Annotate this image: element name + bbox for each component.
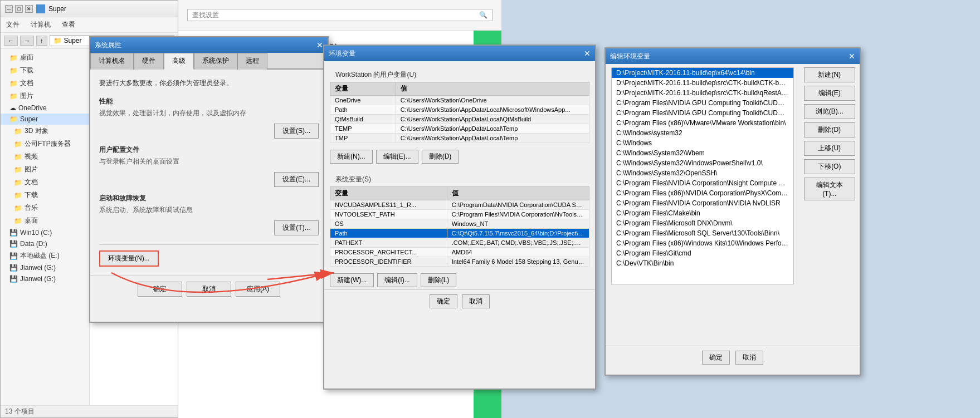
tab-computer-name[interactable]: 计算机名 <box>90 53 134 70</box>
minimize-button[interactable]: ─ <box>5 5 13 13</box>
sidebar-item-3d[interactable]: 📁 3D 对象 <box>1 125 89 137</box>
list-item[interactable]: C:\Windows <box>612 138 793 148</box>
move-up-button[interactable]: 上移(U) <box>804 141 855 156</box>
list-item[interactable]: C:\Program Files\NVIDIA GPU Computing To… <box>612 108 793 118</box>
menu-view[interactable]: 查看 <box>56 18 81 31</box>
search-input[interactable] <box>192 11 479 19</box>
list-item[interactable]: C:\Program Files (x86)\NVIDIA Corporatio… <box>612 188 793 198</box>
move-down-button[interactable]: 下移(O) <box>804 159 855 174</box>
sidebar-item-documents[interactable]: 📁 文档 <box>1 77 89 90</box>
sidebar-item-locale[interactable]: 💾 本地磁盘 (E:) <box>1 249 89 262</box>
sidebar-item-downloads2[interactable]: 📁 下载 <box>1 189 89 201</box>
sys-props-apply-button[interactable]: 应用(A) <box>236 282 280 297</box>
user-delete-button[interactable]: 删除(D) <box>422 150 459 164</box>
sidebar-item-documents2[interactable]: 📁 文档 <box>1 176 89 189</box>
menu-file[interactable]: 文件 <box>1 18 25 31</box>
list-item[interactable]: C:\Program Files\NVIDIA Corporation\NVID… <box>612 198 793 208</box>
sidebar-item-video[interactable]: 📁 视频 <box>1 150 89 163</box>
env-variables-button[interactable]: 环境变量(N)... <box>99 250 159 267</box>
table-row[interactable]: OneDrive C:\Users\WorkStation\OneDrive <box>330 96 589 105</box>
list-item[interactable]: D:\Project\MITK-2016.11-build\ep\src\CTK… <box>612 78 793 88</box>
up-button[interactable]: ↑ <box>36 36 47 46</box>
sidebar-item-jianweig2[interactable]: 💾 Jianwei (G:) <box>1 273 89 284</box>
table-row[interactable]: PATHEXT .COM;.EXE;.BAT;.CMD;.VBS;.VBE;.J… <box>330 238 589 248</box>
sys-delete-button[interactable]: 删除(L) <box>421 273 457 287</box>
edit-text-button[interactable]: 编辑文本(T)... <box>804 178 855 200</box>
list-item[interactable]: C:\Windows\System32\Wbem <box>612 148 793 158</box>
sys-edit-button[interactable]: 编辑(I)... <box>377 273 417 287</box>
sidebar-item-win10c[interactable]: 💾 Win10 (C:) <box>1 227 89 238</box>
sidebar-item-desktop2[interactable]: 📁 桌面 <box>1 214 89 227</box>
list-item[interactable]: C:\Program Files (x86)\VMware\VMware Wor… <box>612 118 793 128</box>
folder-icon: 📁 <box>14 217 22 225</box>
sidebar-item-downloads[interactable]: 📁 下载 <box>1 64 89 77</box>
list-item[interactable]: C:\Windows\System32\OpenSSH\ <box>612 168 793 178</box>
menu-computer[interactable]: 计算机 <box>25 18 56 31</box>
list-item[interactable]: C:\Program Files\NVIDIA GPU Computing To… <box>612 98 793 108</box>
edit-env-cancel-button[interactable]: 取消 <box>735 351 763 365</box>
startup-settings-button[interactable]: 设置(T)... <box>274 220 319 235</box>
env-cancel-button[interactable]: 取消 <box>462 294 490 308</box>
browse-button[interactable]: 浏览(B)... <box>804 104 855 119</box>
tab-advanced[interactable]: 高级 <box>164 53 194 70</box>
sys-props-ok-button[interactable]: 确定 <box>138 282 182 297</box>
sidebar-item-jianweig1[interactable]: 💾 Jianwei (G:) <box>1 262 89 273</box>
list-item[interactable]: C:\Program Files\Git\cmd <box>612 248 793 258</box>
sidebar-item-onedrive[interactable]: ☁ OneDrive <box>1 102 89 114</box>
table-row[interactable]: PROCESSOR_IDENTIFIER Intel64 Family 6 Mo… <box>330 257 589 267</box>
tab-system-protection[interactable]: 系统保护 <box>194 53 237 70</box>
sys-vars-title: 系统变量(S) <box>330 170 589 186</box>
list-item[interactable]: C:\Windows\System32\WindowsPowerShell\v1… <box>612 158 793 168</box>
table-row[interactable]: Path C:\Users\WorkStation\AppData\Local\… <box>330 105 589 115</box>
sidebar-item-datad[interactable]: 💾 Data (D:) <box>1 238 89 249</box>
sidebar-item-desktop[interactable]: 📁 桌面 <box>1 51 89 64</box>
sidebar-item-music[interactable]: 📁 音乐 <box>1 201 89 214</box>
list-item[interactable]: C:\Program Files\Microsoft DNX\Dnvm\ <box>612 218 793 228</box>
sidebar-item-label: OneDrive <box>18 104 47 112</box>
table-row[interactable]: TMP C:\Users\WorkStation\AppData\Local\T… <box>330 134 589 143</box>
user-edit-button[interactable]: 编辑(E)... <box>376 150 418 164</box>
sys-props-close-button[interactable]: ✕ <box>316 41 323 50</box>
edit-env-close-button[interactable]: ✕ <box>849 52 855 61</box>
perf-settings-button[interactable]: 设置(S)... <box>274 124 319 139</box>
env-dialog-close-button[interactable]: ✕ <box>584 49 591 58</box>
sidebar-item-pictures[interactable]: 📁 图片 <box>1 90 89 102</box>
delete-path-button[interactable]: 删除(D) <box>804 122 855 137</box>
new-path-button[interactable]: 新建(N) <box>804 67 855 82</box>
list-item[interactable]: D:\Project\MITK-2016.11-build\ep\x64\vc1… <box>612 68 793 78</box>
back-button[interactable]: ← <box>4 36 18 46</box>
table-row[interactable]: OS Windows_NT <box>330 219 589 229</box>
var-value: Intel64 Family 6 Model 158 Stepping 13, … <box>447 257 589 267</box>
sidebar-item-pictures2[interactable]: 📁 图片 <box>1 163 89 176</box>
table-row[interactable]: TEMP C:\Users\WorkStation\AppData\Local\… <box>330 124 589 134</box>
list-item[interactable]: C:\Windows\system32 <box>612 128 793 138</box>
sys-new-button[interactable]: 新建(W)... <box>330 273 374 287</box>
cloud-icon: ☁ <box>9 104 16 112</box>
profile-settings-button[interactable]: 设置(E)... <box>274 172 319 187</box>
table-row[interactable]: NVCUDASAMPLES11_1_R... C:\ProgramData\NV… <box>330 200 589 210</box>
col-var-name: 变量 <box>330 82 396 96</box>
table-row[interactable]: QtMsBuild C:\Users\WorkStation\AppData\L… <box>330 115 589 124</box>
table-row-selected[interactable]: Path C:\Qt\Qt5.7.1\5.7\msvc2015_64\bin;D… <box>330 229 589 238</box>
list-item[interactable]: C:\Program Files\NVIDIA Corporation\Nsig… <box>612 178 793 188</box>
list-item[interactable]: C:\Program Files\Microsoft SQL Server\13… <box>612 228 793 238</box>
sys-props-cancel-button[interactable]: 取消 <box>187 282 231 297</box>
edit-path-button[interactable]: 编辑(E) <box>804 86 855 101</box>
sidebar-item-ftp[interactable]: 📁 公司FTP服务器 <box>1 137 89 150</box>
list-item[interactable]: C:\Dev\VTK\Bin\bin <box>612 258 793 268</box>
close-button[interactable]: ✕ <box>25 5 33 13</box>
maximize-button[interactable]: □ <box>15 5 23 13</box>
var-name: TMP <box>330 134 396 143</box>
edit-env-ok-button[interactable]: 确定 <box>702 351 730 365</box>
tab-remote[interactable]: 远程 <box>237 53 267 70</box>
user-new-button[interactable]: 新建(N)... <box>330 150 373 164</box>
table-row[interactable]: PROCESSOR_ARCHITECT... AMD64 <box>330 248 589 257</box>
table-row[interactable]: NVTOOLSEXT_PATH C:\Program Files\NVIDIA … <box>330 210 589 219</box>
forward-button[interactable]: → <box>20 36 34 46</box>
list-item[interactable]: C:\Program Files (x86)\Windows Kits\10\W… <box>612 238 793 248</box>
list-item[interactable]: D:\Project\MITK-2016.11-build\ep\src\CTK… <box>612 88 793 98</box>
sidebar-item-super[interactable]: 📁 Super <box>1 114 89 125</box>
env-ok-button[interactable]: 确定 <box>430 294 457 308</box>
list-item[interactable]: C:\Program Files\CMake\bin <box>612 208 793 218</box>
tab-hardware[interactable]: 硬件 <box>134 53 164 70</box>
